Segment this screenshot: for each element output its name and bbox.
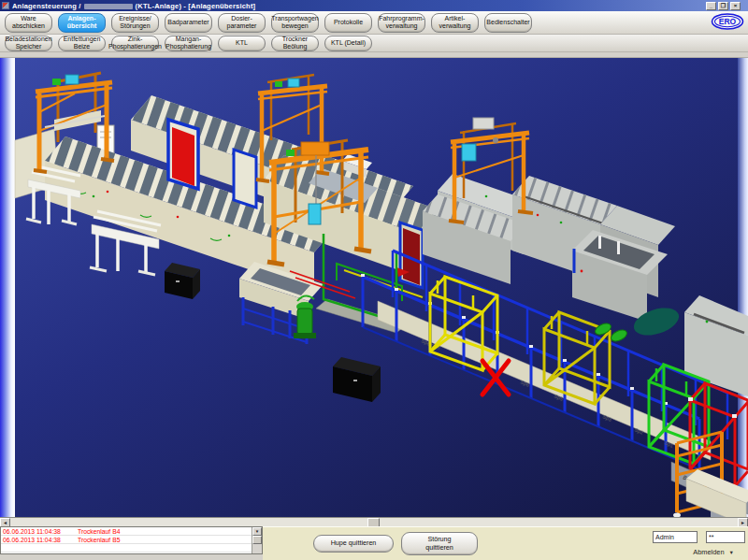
btn-ware-abschicken[interactable]: Ware abschicken (5, 13, 52, 33)
btn-badparameter[interactable]: Badparameter (165, 13, 212, 33)
alarm-row-empty (1, 544, 252, 553)
app-icon (2, 2, 9, 9)
alarm-rows: 06.06.2013 11:04:38 Trockenlauf B4 06.06… (1, 527, 252, 553)
alarm-row[interactable]: 06.06.2013 11:04:38 Trockenlauf B5 (1, 536, 252, 544)
black-crate-1 (165, 263, 200, 299)
btn-fahrprogrammverwaltung[interactable]: Fahrprogramm- verwaltung (378, 13, 425, 33)
btn-transportwagen-bewegen[interactable]: Transportwagen bewegen (271, 13, 319, 33)
minimize-button[interactable]: _ (706, 2, 716, 10)
alarm-row[interactable]: 06.06.2013 11:04:38 Trockenlauf B4 (1, 527, 252, 536)
btn-mangan-phosphatierung[interactable]: Mangan- Phosphatierung (165, 36, 212, 51)
restore-button[interactable]: ❐ (718, 2, 728, 10)
btn-ereignisse-stoerungen[interactable]: Ereignisse/ Störungen (111, 13, 159, 33)
toolbar-sub: Beladestationen Speicher Entfettungen Be… (0, 35, 748, 52)
alarm-message: Trockenlauf B5 (78, 537, 120, 543)
btn-entfettungen-beize[interactable]: Entfettungen Beize (58, 36, 106, 51)
btn-protokolle[interactable]: Protokolle (324, 13, 372, 33)
window-title: Anlagensteuerung /(KTL-Anlage) - [Anlage… (12, 2, 255, 10)
alarm-time: 06.06.2013 11:04:38 (1, 537, 78, 543)
btn-beladestationen-speicher[interactable]: Beladestationen Speicher (5, 36, 52, 51)
hupe-quittieren-button[interactable]: Hupe quittieren (313, 535, 394, 553)
window-title-right: (KTL-Anlage) - [Anlagenübersicht] (136, 2, 256, 10)
vscroll-thumb[interactable] (252, 536, 262, 544)
ero-logo-text: ERO (719, 17, 737, 26)
password-field[interactable] (706, 531, 745, 543)
btn-ktl[interactable]: KTL (218, 36, 266, 51)
app-window: Anlagensteuerung /(KTL-Anlage) - [Anlage… (0, 0, 748, 560)
title-bar: Anlagensteuerung /(KTL-Anlage) - [Anlage… (0, 0, 748, 11)
btn-dosierparameter[interactable]: Dosier- parameter (218, 13, 266, 33)
user-field[interactable] (653, 531, 698, 543)
btn-bedienschalter[interactable]: Bedienschalter (484, 13, 532, 33)
scene-right-edge (738, 58, 748, 517)
btn-trockner-beoelung[interactable]: Trockner Beölung (271, 36, 319, 51)
scroll-down-icon[interactable]: ▼ (252, 527, 262, 536)
horizontal-scrollbar[interactable]: ◄ ► (0, 517, 748, 526)
acknowledge-panel: Hupe quittieren Störung quittieren Abmel… (263, 526, 748, 560)
alarm-list[interactable]: 06.06.2013 11:04:38 Trockenlauf B4 06.06… (0, 526, 263, 554)
tank-door-red (168, 120, 198, 189)
stoerung-quittieren-button[interactable]: Störung quittieren (401, 532, 478, 555)
alarm-vertical-scrollbar[interactable]: ▲ ▼ (252, 527, 262, 553)
btn-artikelverwaltung[interactable]: Artikel- verwaltung (431, 13, 479, 33)
login-area: Abmelden ▼ (596, 531, 745, 556)
alarm-time: 06.06.2013 11:04:38 (1, 528, 78, 535)
btn-zink-phosphatierungen[interactable]: Zink- Phosphatierungen (111, 36, 159, 51)
title-redacted-text (84, 4, 133, 9)
alarm-message: Trockenlauf B4 (78, 528, 120, 535)
toolbar-main: Ware abschicken Anlagen- übersicht Ereig… (0, 11, 748, 35)
logout-label[interactable]: Abmelden (693, 548, 724, 556)
plant-3d-viewport[interactable]: Speicher Sp6 Sp5 Sp3 Sp2 Sp1 (0, 58, 748, 517)
dropdown-icon[interactable]: ▼ (729, 550, 734, 555)
window-controls: _ ❐ × (706, 2, 746, 10)
btn-anlagenuebersicht[interactable]: Anlagen- übersicht (58, 13, 106, 33)
btn-ktl-detail[interactable]: KTL (Detail) (324, 36, 372, 51)
tank-door-frame (234, 150, 256, 208)
scene-left-edge (0, 58, 15, 517)
ero-logo: ERO (711, 13, 744, 34)
window-title-left: Anlagensteuerung / (12, 2, 81, 10)
close-button[interactable]: × (730, 2, 741, 10)
bottom-bar: 06.06.2013 11:04:38 Trockenlauf B4 06.06… (0, 526, 748, 560)
